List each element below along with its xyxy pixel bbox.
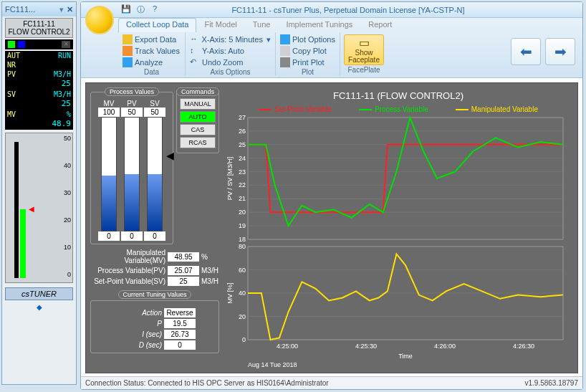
svg-text:20: 20 (239, 209, 246, 216)
dock-pin-icon[interactable]: ▾ (59, 5, 64, 14)
faceplate-alarm-row: NR (5, 60, 73, 70)
faceplate-diamond-icon: ◆ (5, 303, 73, 311)
show-faceplate-button[interactable]: ▭ Show Faceplate (344, 34, 384, 65)
svg-text:20: 20 (239, 313, 246, 320)
svg-text:60: 60 (239, 267, 246, 274)
undo-zoom-button[interactable]: ↶Undo Zoom (188, 57, 272, 68)
cmd-rcas[interactable]: RCAS (180, 137, 216, 148)
main-window: 💾 ⓘ ? FC111-11 - csTuner Plus, Perpetual… (80, 1, 583, 390)
ribbon-tabs: Collect Loop DataFit ModelTuneImplement … (118, 18, 400, 32)
legend-item: Set-Point Variable (259, 105, 332, 113)
nav-back-button[interactable]: ⬅ (511, 38, 541, 65)
svg-text:0: 0 (242, 336, 246, 343)
process-values-panel: MV100 0 PV50 0 SV50 0 ◀ (90, 92, 173, 244)
svg-text:26: 26 (239, 128, 246, 135)
svg-text:4:26:00: 4:26:00 (434, 343, 456, 350)
ribbon-tab-3[interactable]: Implement Tunings (278, 18, 360, 32)
svg-text:18: 18 (239, 236, 246, 243)
xaxis-dropdown[interactable]: ↔X-Axis: 5 Minutes▾ (188, 34, 272, 45)
readout-row: Manipulated Variable(MV)48.95% (90, 249, 219, 264)
faceplate-row-sv: SVM3/H (5, 90, 73, 99)
faceplate-dock: FC111... ▾ ✕ FC111-11 FLOW CONTROL2 ✕ AU… (1, 1, 77, 385)
chart-area: FC111-11 (FLOW CONTROL2) Set-Point Varia… (224, 83, 577, 373)
ribbon-group-faceplate: ▭ Show Faceplate FacePlate (340, 32, 388, 75)
chart-date: Aug 14 Tue 2018 (224, 361, 573, 368)
tuning-label: Current Tuning Values (118, 290, 192, 299)
svg-text:4:25:00: 4:25:00 (277, 343, 298, 350)
main-titlebar[interactable]: 💾 ⓘ ? FC111-11 - csTuner Plus, Perpetual… (81, 2, 582, 18)
faceplate-trend: ◀ 50403020100 (5, 133, 73, 283)
status-bar: Connection Status: Connected to HIS OPC … (81, 376, 582, 389)
faceplate-header: FC111-11 FLOW CONTROL2 (5, 18, 73, 38)
svg-text:40: 40 (239, 290, 246, 297)
ribbon-group-data: Export Data Track Values Analyze Data (118, 32, 186, 75)
cmd-cas[interactable]: CAS (180, 124, 216, 135)
faceplate-tag: FC111-11 (6, 20, 72, 28)
save-icon[interactable]: 💾 (121, 4, 133, 16)
svg-text:4:26:30: 4:26:30 (513, 343, 534, 350)
faceplate-desc: FLOW CONTROL2 (6, 28, 72, 36)
app-orb-button[interactable] (85, 6, 114, 34)
nav-forward-button[interactable]: ➡ (545, 38, 575, 65)
faceplate-status-strip: ✕ (5, 39, 73, 49)
svg-text:Time: Time (398, 353, 413, 358)
tune-row: D (sec)0 (94, 340, 216, 350)
svg-text:24: 24 (239, 155, 246, 162)
pv-bar-pv: PV50 0 (121, 100, 143, 241)
tuning-panel: ActionReverseP19.5I (sec)26.73D (sec)0 (90, 300, 219, 353)
ribbon-group-plot: Plot Options Copy Plot Print Plot Plot (276, 32, 340, 75)
svg-text:23: 23 (239, 168, 246, 176)
ribbon-tab-2[interactable]: Tune (245, 18, 279, 32)
svg-text:22: 22 (239, 181, 246, 188)
readout-row: Process Variable(PV)25.07M3/H (90, 266, 219, 275)
legend-item: Manipulated Variable (456, 105, 538, 113)
legend-item: Process Variable (359, 105, 428, 113)
cstuner-button[interactable]: csTUNER (5, 287, 73, 300)
readout-row: Set-Point Variable(SV)25M3/H (90, 277, 219, 286)
quick-access-toolbar: 💾 ⓘ ? (121, 4, 164, 16)
copy-plot-button[interactable]: Copy Plot (279, 45, 337, 57)
ribbon-tab-1[interactable]: Fit Model (196, 18, 244, 32)
print-plot-button[interactable]: Print Plot (279, 57, 337, 68)
svg-text:25: 25 (239, 141, 246, 148)
chart-plot[interactable]: 272625242322212019188060402004:25:004:25… (224, 115, 567, 358)
help-icon[interactable]: ? (153, 4, 164, 16)
dock-titlebar[interactable]: FC111... ▾ ✕ (2, 2, 76, 16)
cmd-manual[interactable]: MANUAL (180, 98, 216, 110)
svg-text:80: 80 (239, 243, 246, 250)
connection-status: Connection Status: Connected to HIS OPC … (85, 379, 329, 387)
cmd-auto[interactable]: AUTO (180, 111, 216, 123)
faceplate-row-mv: MV% (5, 110, 73, 119)
track-values-button[interactable]: Track Values (121, 45, 182, 57)
chart-title: FC111-11 (FLOW CONTROL2) (224, 87, 573, 104)
sp-arrow-icon: ◀ (166, 150, 174, 161)
window-title: FC111-11 - csTuner Plus, Perpetual Domai… (164, 6, 532, 14)
svg-text:MV [%]: MV [%] (226, 282, 234, 303)
svg-text:27: 27 (239, 115, 246, 121)
tune-row: P19.5 (94, 319, 216, 328)
plot-options-button[interactable]: Plot Options (279, 34, 337, 45)
pv-bar-sv: SV50 0 ◀ (144, 100, 165, 241)
tune-row: I (sec)26.73 (94, 330, 216, 339)
yaxis-button[interactable]: ↕Y-Axis: Auto (188, 45, 272, 57)
workspace: Process Values MV100 0 PV50 0 SV50 0 ◀ C… (85, 82, 578, 373)
version-label: v1.9.5863.18797 (524, 379, 578, 387)
analyze-button[interactable]: Analyze (121, 57, 182, 68)
dock-close-icon[interactable]: ✕ (67, 5, 73, 14)
svg-text:19: 19 (239, 222, 246, 229)
ribbon: Collect Loop DataFit ModelTuneImplement … (81, 18, 582, 78)
export-data-button[interactable]: Export Data (121, 34, 182, 45)
process-values-label: Process Values (105, 87, 159, 96)
ribbon-tab-4[interactable]: Report (360, 18, 400, 32)
dock-title: FC111... (5, 5, 59, 14)
faceplate-row-pv: PVM3/H (5, 70, 73, 79)
faceplate-mode-row: AUT RUN (5, 51, 73, 60)
ribbon-tab-0[interactable]: Collect Loop Data (118, 18, 196, 32)
tune-row: ActionReverse (94, 308, 216, 317)
commands-panel: MANUALAUTOCASRCAS (176, 92, 219, 153)
faceplate-icon: ▭ (359, 36, 370, 49)
svg-text:PV / SV [M3/H]: PV / SV [M3/H] (226, 157, 234, 201)
ribbon-group-axis: ↔X-Axis: 5 Minutes▾ ↕Y-Axis: Auto ↶Undo … (186, 32, 276, 75)
info-icon[interactable]: ⓘ (137, 4, 148, 16)
chart-legend: Set-Point VariableProcess VariableManipu… (224, 104, 573, 115)
